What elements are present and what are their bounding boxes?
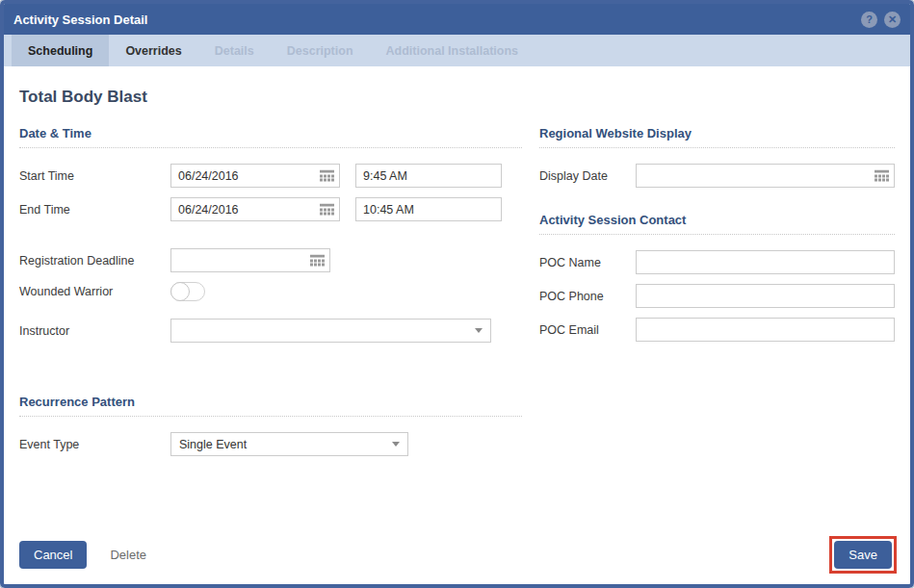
activity-session-detail-dialog: Activity Session Detail ? ✕ Scheduling O… <box>0 0 914 588</box>
section-recurrence-pattern: Recurrence Pattern <box>19 395 522 417</box>
poc-email-input[interactable] <box>636 318 895 342</box>
section-regional-website-display: Regional Website Display <box>539 126 895 148</box>
chevron-down-icon <box>475 328 483 333</box>
close-icon[interactable]: ✕ <box>884 12 901 28</box>
save-button[interactable]: Save <box>834 541 892 569</box>
calendar-icon[interactable] <box>320 169 334 182</box>
dialog-title: Activity Session Detail <box>13 13 147 27</box>
save-highlight-annotation: Save <box>829 536 897 574</box>
instructor-label: Instructor <box>19 324 170 338</box>
dialog-titlebar: Activity Session Detail ? ✕ <box>4 4 910 35</box>
event-type-dropdown[interactable]: Single Event <box>170 432 408 456</box>
instructor-dropdown[interactable] <box>170 319 491 343</box>
display-date-input[interactable] <box>636 164 895 188</box>
end-time-input[interactable] <box>355 197 502 221</box>
tab-overrides[interactable]: Overrides <box>109 35 197 66</box>
instructor-row: Instructor <box>19 319 522 343</box>
tab-details: Details <box>198 35 271 66</box>
cancel-button[interactable]: Cancel <box>19 541 87 569</box>
event-type-row: Event Type Single Event <box>19 432 522 456</box>
start-time-label: Start Time <box>19 169 170 183</box>
wounded-warrior-toggle[interactable] <box>170 282 205 301</box>
start-time-input[interactable] <box>355 164 502 188</box>
tab-strip: Scheduling Overrides Details Description… <box>4 35 910 66</box>
delete-button[interactable]: Delete <box>110 548 146 562</box>
left-column: Date & Time Start Time End Time <box>19 126 522 466</box>
start-time-row: Start Time <box>19 164 522 188</box>
wounded-warrior-row: Wounded Warrior <box>19 282 522 301</box>
calendar-icon[interactable] <box>310 254 325 267</box>
poc-email-row: POC Email <box>539 318 895 342</box>
display-date-label: Display Date <box>539 169 636 183</box>
registration-deadline-input[interactable] <box>170 248 330 272</box>
tab-description: Description <box>271 35 370 66</box>
end-time-label: End Time <box>19 203 170 217</box>
toggle-knob-icon <box>170 282 190 301</box>
section-date-time: Date & Time <box>19 126 522 148</box>
help-icon[interactable]: ? <box>861 12 877 28</box>
wounded-warrior-label: Wounded Warrior <box>19 285 170 298</box>
poc-phone-label: POC Phone <box>539 290 636 303</box>
poc-name-label: POC Name <box>539 256 636 269</box>
tab-scheduling[interactable]: Scheduling <box>12 35 109 66</box>
display-date-row: Display Date <box>539 164 895 188</box>
registration-deadline-row: Registration Deadline <box>19 248 522 272</box>
dialog-footer: Cancel Delete Save <box>19 536 897 574</box>
tab-additional-installations: Additional Installations <box>370 35 535 66</box>
registration-deadline-label: Registration Deadline <box>19 254 170 268</box>
event-type-label: Event Type <box>19 438 170 451</box>
start-date-input[interactable] <box>170 164 340 188</box>
chevron-down-icon <box>392 442 400 447</box>
poc-name-row: POC Name <box>539 250 895 274</box>
page-title: Total Body Blast <box>19 88 895 107</box>
end-time-row: End Time <box>19 197 522 221</box>
poc-name-input[interactable] <box>636 250 895 274</box>
end-date-input[interactable] <box>170 197 340 221</box>
right-column: Regional Website Display Display Date Ac… <box>539 126 895 466</box>
poc-phone-input[interactable] <box>636 284 895 308</box>
poc-email-label: POC Email <box>539 323 636 337</box>
poc-phone-row: POC Phone <box>539 284 895 308</box>
section-activity-session-contact: Activity Session Contact <box>539 213 895 235</box>
event-type-value: Single Event <box>179 438 247 451</box>
dialog-content: Total Body Blast Date & Time Start Time <box>4 66 910 466</box>
calendar-icon[interactable] <box>875 169 889 182</box>
calendar-icon[interactable] <box>320 203 334 216</box>
